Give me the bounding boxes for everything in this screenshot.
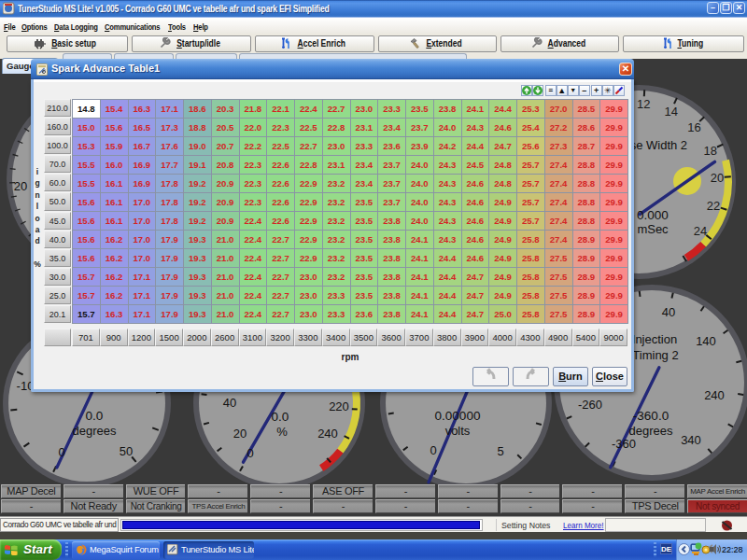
svg-text:0: 0: [247, 446, 253, 460]
svg-text:5: 5: [497, 444, 503, 458]
svg-text:220: 220: [329, 399, 349, 413]
svg-text:0: 0: [58, 445, 64, 459]
svg-text:mSec: mSec: [637, 222, 669, 236]
svg-text:degrees: degrees: [73, 424, 117, 438]
svg-text:240: 240: [704, 388, 725, 402]
svg-text:240: 240: [317, 427, 338, 441]
svg-text:22: 22: [707, 199, 720, 213]
svg-text:24: 24: [694, 224, 707, 238]
svg-text:0.00000: 0.00000: [435, 409, 481, 423]
svg-text:%: %: [276, 425, 288, 439]
svg-text:0.0: 0.0: [86, 409, 104, 423]
svg-text:0.0: 0.0: [272, 410, 289, 424]
svg-text:0: 0: [430, 443, 436, 457]
svg-text:12: 12: [637, 97, 650, 111]
svg-text:Injection: Injection: [632, 332, 677, 346]
svg-text:40: 40: [223, 396, 236, 410]
svg-text:Timing 2: Timing 2: [632, 348, 678, 362]
svg-text:0.000: 0.000: [637, 208, 669, 222]
svg-text:20: 20: [711, 171, 724, 185]
svg-text:140: 140: [696, 334, 716, 348]
svg-text:50: 50: [120, 444, 133, 458]
svg-text:16: 16: [687, 120, 700, 134]
svg-text:340: 340: [681, 433, 701, 447]
svg-text:20: 20: [14, 179, 27, 193]
svg-text:40: 40: [662, 305, 675, 319]
svg-text:20: 20: [233, 427, 247, 441]
svg-text:-260: -260: [578, 398, 602, 412]
svg-text:-360.0: -360.0: [633, 409, 669, 423]
svg-text:-360: -360: [612, 437, 636, 451]
svg-text:18: 18: [703, 144, 716, 158]
svg-text:14: 14: [664, 105, 677, 119]
svg-text:volts: volts: [445, 424, 471, 438]
svg-text:degrees: degrees: [629, 424, 673, 438]
